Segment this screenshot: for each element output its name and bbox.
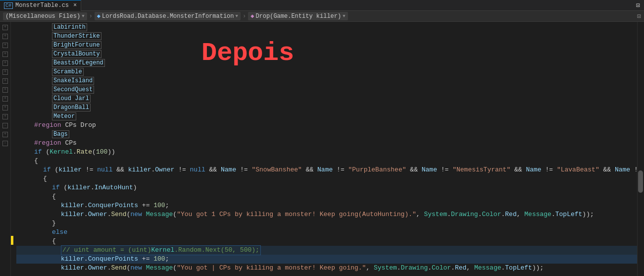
breadcrumb-method-label: Drop(Game.Entity killer) xyxy=(255,13,341,20)
code-line[interactable]: killer.Owner.Send(new Message("You got 1… xyxy=(16,210,637,219)
maximize-icon[interactable]: ⊡ xyxy=(632,1,644,9)
code-line[interactable]: SecondQuest xyxy=(16,85,637,94)
tab-filename: MonsterTable.cs xyxy=(15,2,69,9)
gutter-row xyxy=(0,237,10,246)
breadcrumb-misc[interactable]: (Miscellaneous Files) ▼ xyxy=(3,12,87,20)
gutter-row[interactable]: + xyxy=(0,85,10,94)
code-line[interactable]: { xyxy=(16,157,637,166)
gutter-row xyxy=(0,255,10,264)
gutter-row[interactable]: + xyxy=(0,32,10,41)
gutter-row xyxy=(0,246,10,255)
gutter-row[interactable]: + xyxy=(0,112,10,121)
gutter-row[interactable]: + xyxy=(0,23,10,32)
breadcrumb-class-dropdown[interactable]: ▼ xyxy=(236,14,238,19)
gutter-row[interactable]: + xyxy=(0,76,10,85)
gutter-row xyxy=(0,219,10,228)
code-line[interactable]: if (killer != null && killer.Owner != nu… xyxy=(16,166,637,174)
gutter-row xyxy=(0,157,10,166)
breadcrumb-right-icon[interactable]: ⊡ xyxy=(637,12,641,20)
code-line[interactable]: CrystalBounty xyxy=(16,50,637,58)
gutter-row xyxy=(0,148,10,157)
gutter-row[interactable]: + xyxy=(0,67,10,76)
code-line[interactable]: #region CPs xyxy=(16,139,637,148)
breadcrumb-class-label: LordsRoad.Database.MonsterInformation xyxy=(102,13,234,20)
breadcrumb-bar: (Miscellaneous Files) ▼ › ◆ LordsRoad.Da… xyxy=(0,11,644,22)
code-line[interactable]: if (killer.InAutoHunt) xyxy=(16,183,637,192)
breadcrumb-sep2: › xyxy=(243,13,246,20)
code-line[interactable]: killer.ConquerPoints += 100; xyxy=(16,201,637,210)
code-line[interactable]: BeastsOfLegend xyxy=(16,58,637,67)
breadcrumb-class-icon: ◆ xyxy=(97,12,100,20)
tab-close-btn[interactable]: × xyxy=(73,2,77,9)
title-bar: C# MonsterTable.cs × ⊡ xyxy=(0,0,644,11)
gutter-row xyxy=(0,174,10,183)
code-line[interactable]: if (Kernel.Rate(100)) xyxy=(16,148,637,157)
cs-icon: C# xyxy=(4,2,13,9)
code-line[interactable]: ThunderStrike xyxy=(16,32,637,41)
breadcrumb-method[interactable]: ◆ Drop(Game.Entity killer) ▼ xyxy=(248,12,347,20)
breadcrumb-dropdown-icon[interactable]: ▼ xyxy=(82,14,84,19)
code-line[interactable]: Bags xyxy=(16,130,637,139)
gutter-row[interactable]: + xyxy=(0,130,10,139)
gutter-row[interactable]: + xyxy=(0,41,10,50)
gutter-row[interactable]: + xyxy=(0,94,10,103)
breadcrumb-class[interactable]: ◆ LordsRoad.Database.MonsterInformation … xyxy=(95,12,241,20)
code-line xyxy=(16,273,637,276)
code-line[interactable]: BrightFortune xyxy=(16,41,637,50)
gutter-row[interactable]: + xyxy=(0,50,10,58)
code-line[interactable]: killer.Owner.Send(new Message("You got |… xyxy=(16,264,637,273)
scrollbar-thumb[interactable] xyxy=(638,170,643,193)
gutter-row xyxy=(0,166,10,174)
code-line[interactable]: Scramble xyxy=(16,67,637,76)
code-line-selected[interactable]: killer.ConquerPoints += 100; xyxy=(16,255,637,264)
code-line[interactable]: SnakeIsland xyxy=(16,76,637,85)
left-gutter: + + + + + + + + + + + - xyxy=(0,22,11,276)
code-line[interactable]: { xyxy=(16,237,637,246)
code-line[interactable]: } xyxy=(16,219,637,228)
gutter-row xyxy=(0,228,10,237)
breadcrumb-method-icon: ◆ xyxy=(250,12,254,20)
gutter-row xyxy=(0,201,10,210)
code-line[interactable]: #region CPs Drop xyxy=(16,121,637,130)
breadcrumb-misc-label: (Miscellaneous Files) xyxy=(5,13,80,20)
gutter-row[interactable]: + xyxy=(0,103,10,112)
breadcrumb-method-dropdown[interactable]: ▼ xyxy=(343,14,345,19)
code-line-cloud-jarl[interactable]: Cloud Jarl xyxy=(16,94,637,103)
code-line-comment-highlighted[interactable]: // uint amount = (uint)Kernel.Random.Nex… xyxy=(16,246,637,255)
gutter-row[interactable]: + xyxy=(0,58,10,67)
breadcrumb-sep1: › xyxy=(89,13,93,20)
gutter-row xyxy=(0,183,10,192)
tab-item[interactable]: C# MonsterTable.cs × xyxy=(0,0,81,11)
code-line[interactable]: Meteor xyxy=(16,112,637,121)
code-line[interactable]: Labirinth xyxy=(16,23,637,32)
code-editor[interactable]: Depois Labirinth ThunderStrike BrightFor… xyxy=(13,22,637,276)
code-line[interactable]: { xyxy=(16,174,637,183)
code-line[interactable]: DragonBall xyxy=(16,103,637,112)
gutter-row[interactable]: - xyxy=(0,139,10,148)
editor-area: + + + + + + + + + + + - xyxy=(0,22,644,276)
code-line[interactable]: else xyxy=(16,228,637,237)
gutter-row xyxy=(0,210,10,219)
gutter-row xyxy=(0,264,10,273)
code-line[interactable]: { xyxy=(16,192,637,201)
gutter-row xyxy=(0,192,10,201)
vertical-scrollbar[interactable] xyxy=(637,22,644,276)
gutter-row[interactable]: - xyxy=(0,121,10,130)
